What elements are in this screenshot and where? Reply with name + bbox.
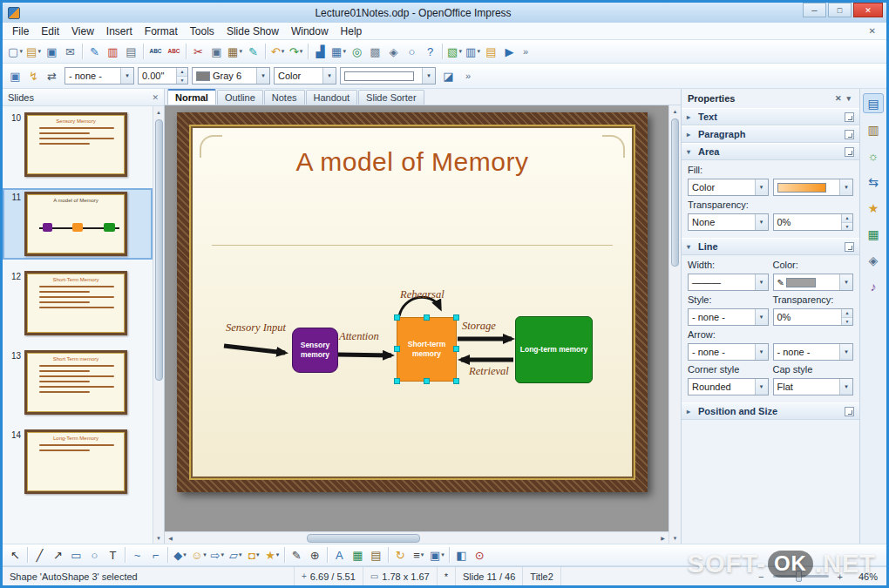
transparency-type-select[interactable]: None ▾ [688, 213, 769, 231]
arrow-style-icon[interactable]: ⇄ [43, 66, 61, 85]
rectangle-icon[interactable]: ▭ [67, 545, 85, 564]
arrow-end-select[interactable]: - none - ▾ [773, 343, 854, 361]
alignment-icon[interactable]: ≡▾ [410, 545, 428, 564]
zoom-slider[interactable] [773, 575, 829, 578]
glue-points-icon[interactable]: ⊕ [306, 545, 324, 564]
slide-design-icon[interactable]: ▤ [482, 42, 500, 61]
line-color-select[interactable]: Gray 6 ▾ [192, 67, 270, 84]
extrusion-icon[interactable]: ◧ [452, 545, 471, 564]
line-dialog-launcher-icon[interactable] [845, 242, 854, 252]
table-icon[interactable]: ▦▾ [329, 42, 348, 61]
shape-short-term-memory[interactable]: Short-term memory [397, 317, 457, 382]
print-icon[interactable]: ▤ [122, 42, 140, 61]
rotate-icon[interactable]: ↻ [391, 545, 410, 564]
spelling-icon[interactable]: ABC [146, 42, 165, 61]
fill-color-picker[interactable]: ▾ [773, 179, 854, 196]
custom-animation-icon[interactable]: ☼ [863, 145, 884, 166]
selection-handle[interactable] [394, 378, 400, 384]
shape-long-term-memory[interactable]: Long-term memory [515, 316, 593, 383]
save-icon[interactable]: ▣ [43, 42, 61, 61]
stepper-arrows[interactable]: ▲▼ [841, 309, 852, 325]
slide-thumbnail-14[interactable]: 14Long-Term Memory [4, 428, 151, 496]
zoom-slider-thumb[interactable] [796, 571, 802, 582]
chart-icon[interactable]: ▟ [311, 42, 329, 61]
minimize-button[interactable]: ─ [803, 3, 826, 17]
tab-outline[interactable]: Outline [217, 90, 263, 105]
styles-window-icon[interactable]: ▣ [6, 66, 24, 85]
gallery-icon[interactable]: ▤ [367, 545, 385, 564]
navigator-icon[interactable]: ◈ [863, 250, 884, 270]
selection-handle[interactable] [394, 346, 400, 352]
menu-format[interactable]: Format [139, 24, 184, 38]
menu-help[interactable]: Help [335, 24, 369, 38]
cut-icon[interactable]: ✂ [189, 42, 207, 61]
text-dialog-launcher-icon[interactable] [845, 112, 854, 122]
line-transparency-stepper[interactable]: 0% ▲▼ [773, 308, 854, 326]
show-grid-icon[interactable]: ▩ [366, 42, 384, 61]
document-close-icon[interactable]: ✕ [862, 26, 883, 36]
hyperlink-icon[interactable]: ◎ [348, 42, 366, 61]
arrange-icon[interactable]: ▣▾ [428, 545, 446, 564]
undo-icon[interactable]: ↶▾ [268, 42, 287, 61]
scroll-down-icon[interactable]: ▼ [153, 532, 165, 544]
line-width-select[interactable]: ——— ▾ [688, 274, 769, 291]
close-button[interactable]: ✕ [853, 3, 883, 17]
line-color-picker[interactable]: ✎ ▾ [773, 274, 854, 291]
section-header-position-size[interactable]: ▸ Position and Size [682, 402, 859, 420]
zoom-percentage[interactable]: 46% [852, 567, 886, 585]
navigator-icon[interactable]: ◈ [384, 42, 403, 61]
slide-thumbnail-10[interactable]: 10Sensory Memory [4, 111, 151, 179]
paste-icon[interactable]: ▦▾ [226, 42, 244, 61]
slide-thumbnail[interactable]: Sensory Memory [24, 112, 127, 177]
scrollbar-thumb[interactable] [155, 119, 163, 381]
label-rehearsal[interactable]: Rehearsal [400, 288, 444, 301]
line-arrow-icon[interactable]: ↗ [49, 545, 67, 564]
area-style-select[interactable]: Color ▾ [274, 67, 336, 84]
start-presentation-icon[interactable]: ▶ [500, 42, 519, 61]
master-pages-icon[interactable]: ▥ [863, 119, 884, 139]
menu-file[interactable]: File [6, 24, 35, 38]
new-document-icon[interactable]: ▢▾ [6, 42, 24, 61]
label-attention[interactable]: Attention [339, 330, 379, 343]
symbol-shapes-icon[interactable]: ☺▾ [189, 545, 208, 564]
properties-menu-icon[interactable]: ▾ [844, 94, 853, 103]
selection-handle[interactable] [453, 346, 459, 352]
from-file-icon[interactable]: ▦ [349, 545, 367, 564]
toolbar-overflow-icon[interactable]: » [523, 46, 528, 57]
stars-icon[interactable]: ★▾ [263, 545, 282, 564]
area-dialog-launcher-icon[interactable] [845, 147, 854, 157]
properties-close-icon[interactable]: ✕ [832, 94, 845, 103]
toolbar-overflow-icon[interactable]: » [465, 71, 471, 81]
interaction-icon[interactable]: ⊙ [471, 545, 489, 564]
selection-handle[interactable] [394, 314, 400, 321]
menu-slide-show[interactable]: Slide Show [221, 24, 285, 38]
menu-insert[interactable]: Insert [100, 24, 139, 38]
export-pdf-icon[interactable]: ▥ [104, 42, 122, 61]
tab-slide-sorter[interactable]: Slide Sorter [358, 90, 424, 105]
edit-points-icon[interactable]: ✎ [288, 545, 306, 564]
vertical-scrollbar[interactable]: ▲ ▼ [668, 105, 681, 544]
slide-thumbnail-11[interactable]: 11A model of Memory [4, 190, 151, 258]
selection-handle[interactable] [424, 314, 430, 321]
shape-sensory-memory[interactable]: Sensory memory [292, 328, 338, 373]
section-header-paragraph[interactable]: ▸ Paragraph [682, 125, 859, 143]
menu-tools[interactable]: Tools [184, 24, 221, 38]
possize-dialog-launcher-icon[interactable] [845, 407, 854, 416]
properties-icon[interactable]: ▤ [863, 93, 884, 113]
gallery-icon[interactable]: ▦ [863, 224, 884, 244]
fill-type-select[interactable]: Color ▾ [688, 179, 769, 196]
copy-icon[interactable]: ▣ [207, 42, 226, 61]
slide-layout-icon[interactable]: ▥▾ [464, 42, 482, 61]
paragraph-dialog-launcher-icon[interactable] [845, 130, 854, 139]
slide-thumbnail[interactable]: Short Term memory [24, 350, 127, 415]
callouts-icon[interactable]: ◘▾ [245, 545, 263, 564]
menu-view[interactable]: View [65, 24, 100, 38]
email-icon[interactable]: ✉ [61, 42, 79, 61]
help-icon[interactable]: ? [421, 42, 439, 61]
text-icon[interactable]: T [104, 545, 122, 564]
scroll-up-icon[interactable]: ▲ [153, 106, 165, 118]
scrollbar-thumb[interactable] [671, 118, 679, 267]
curve-icon[interactable]: ~ [128, 545, 146, 564]
selection-handle[interactable] [424, 378, 430, 384]
ellipse-icon[interactable]: ○ [85, 545, 104, 564]
